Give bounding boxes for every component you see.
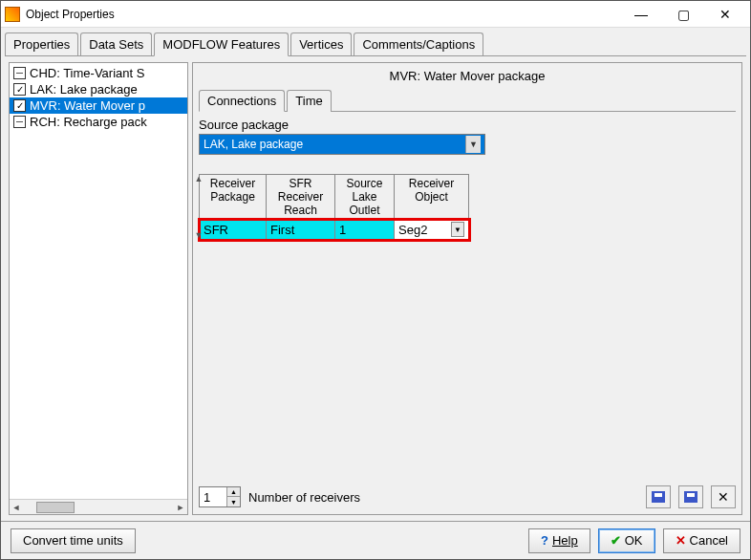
tree-horizontal-scrollbar[interactable]: ◄ ► (10, 499, 187, 514)
disk-icon (684, 491, 697, 503)
convert-time-units-button[interactable]: Convert time units (11, 528, 136, 553)
tab-data-sets[interactable]: Data Sets (80, 32, 152, 56)
window-title: Object Properties (26, 8, 620, 21)
scroll-left-icon[interactable]: ◄ (10, 501, 23, 514)
spin-up-icon[interactable]: ▲ (227, 487, 240, 497)
cell-sfr-receiver-reach[interactable]: First (267, 220, 335, 240)
scroll-thumb[interactable] (36, 502, 75, 513)
tree-item-label: RCH: Recharge pack (30, 115, 147, 129)
checkbox-icon[interactable]: ✓ (13, 99, 26, 112)
subtab-time[interactable]: Time (287, 90, 331, 112)
maximize-button[interactable]: ▢ (662, 2, 704, 27)
minimize-button[interactable]: — (620, 2, 662, 27)
feature-detail-panel: MVR: Water Mover package Connections Tim… (192, 62, 742, 515)
close-button[interactable]: ✕ (704, 2, 746, 27)
tree-item-label: MVR: Water Mover p (30, 98, 145, 113)
check-icon: ✔ (611, 533, 621, 548)
spin-down-icon[interactable]: ▼ (227, 497, 240, 506)
feature-tree[interactable]: CHD: Time-Variant S ✓ LAK: Lake package … (9, 62, 188, 515)
tree-item-chd[interactable]: CHD: Time-Variant S (10, 65, 187, 81)
tree-item-label: CHD: Time-Variant S (30, 66, 144, 80)
insert-row-button[interactable] (646, 485, 671, 508)
convert-time-units-label: Convert time units (23, 533, 123, 548)
panel-title: MVR: Water Mover package (193, 63, 741, 89)
help-label: Help (552, 533, 578, 548)
source-package-value: LAK, Lake package (204, 138, 303, 151)
help-button[interactable]: ? Help (528, 528, 590, 553)
receivers-grid[interactable]: Receiver Package SFR Receiver Reach Sour… (199, 174, 469, 240)
main-tab-bar: Properties Data Sets MODFLOW Features Ve… (1, 28, 750, 55)
source-package-select[interactable]: LAK, Lake package ▼ (199, 134, 485, 155)
tree-item-label: LAK: Lake package (30, 82, 138, 97)
sub-tab-bar: Connections Time (193, 89, 741, 111)
cancel-label: Cancel (690, 533, 728, 548)
tab-comments-captions[interactable]: Comments/Captions (354, 32, 483, 56)
close-icon: ✕ (676, 533, 686, 548)
tree-item-rch[interactable]: RCH: Recharge pack (10, 114, 187, 130)
grid-vertical-scroll[interactable]: ▲ ▼ (195, 174, 203, 240)
add-row-button[interactable] (678, 485, 703, 508)
chevron-down-icon[interactable]: ▼ (465, 136, 481, 153)
checkbox-icon[interactable]: ✓ (13, 83, 26, 96)
cell-receiver-object[interactable]: Seg2 ▼ (395, 220, 469, 240)
subtab-connections[interactable]: Connections (199, 90, 285, 112)
col-source-lake-outlet[interactable]: Source Lake Outlet (335, 175, 395, 220)
app-icon (5, 7, 20, 22)
tree-item-mvr[interactable]: ✓ MVR: Water Mover p (10, 97, 187, 114)
ok-button[interactable]: ✔ OK (598, 528, 655, 553)
help-icon: ? (541, 533, 548, 548)
receivers-count-label: Number of receivers (248, 490, 360, 505)
col-receiver-object[interactable]: Receiver Object (395, 175, 469, 220)
tab-vertices[interactable]: Vertices (290, 32, 352, 56)
table-row[interactable]: SFR First 1 Seg2 ▼ (200, 220, 469, 240)
tristate-icon[interactable] (13, 67, 26, 79)
disk-icon (652, 491, 665, 503)
tab-modflow-features[interactable]: MODFLOW Features (154, 32, 289, 56)
cell-receiver-package[interactable]: SFR (200, 220, 267, 240)
x-icon: ✕ (718, 489, 729, 505)
ok-label: OK (625, 533, 643, 548)
col-receiver-package[interactable]: Receiver Package (200, 175, 267, 220)
cancel-button[interactable]: ✕ Cancel (663, 528, 740, 553)
tristate-icon[interactable] (13, 116, 26, 128)
receivers-count-stepper[interactable]: 1 ▲ ▼ (199, 486, 241, 507)
chevron-down-icon[interactable]: ▼ (451, 222, 464, 237)
source-package-label: Source package (199, 118, 736, 132)
tree-item-lak[interactable]: ✓ LAK: Lake package (10, 81, 187, 97)
cell-source-lake-outlet[interactable]: 1 (335, 220, 395, 240)
col-sfr-receiver-reach[interactable]: SFR Receiver Reach (267, 175, 335, 220)
scroll-down-icon[interactable]: ▼ (193, 230, 204, 240)
cell-receiver-object-value: Seg2 (398, 223, 427, 237)
receivers-count-value[interactable]: 1 (200, 490, 226, 505)
scroll-up-icon[interactable]: ▲ (193, 174, 204, 183)
delete-row-button[interactable]: ✕ (711, 485, 736, 508)
scroll-right-icon[interactable]: ► (174, 501, 187, 514)
tab-properties[interactable]: Properties (5, 32, 78, 56)
